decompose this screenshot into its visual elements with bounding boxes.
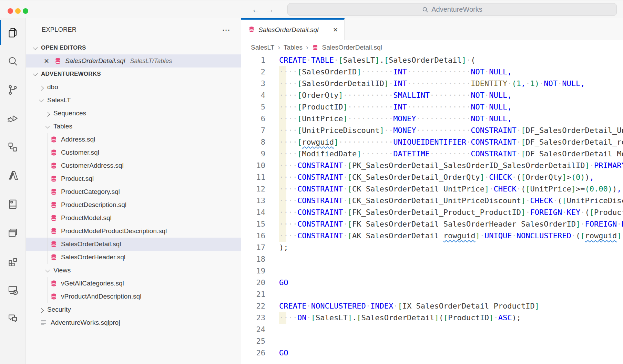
line-number: 15 — [241, 218, 265, 230]
tree-folder-sequences[interactable]: Sequences — [26, 107, 241, 120]
chevron-down-icon — [33, 45, 38, 50]
activity-item-feedback[interactable] — [0, 304, 25, 333]
activity-item-azure[interactable] — [0, 161, 25, 190]
file-label: Address.sql — [61, 136, 95, 143]
chevron-right-icon — [39, 86, 44, 91]
breadcrumb-folder[interactable]: Tables — [284, 44, 303, 51]
tree-folder-saleslt[interactable]: SalesLT — [26, 94, 241, 107]
code-line-content: ····[SalesOrderDetailID]·INT············… — [265, 78, 585, 90]
feedback-icon — [7, 313, 19, 324]
line-number: 12 — [241, 183, 265, 195]
close-window-button[interactable] — [8, 8, 13, 14]
tree-file-productmodelproductdescription-sql[interactable]: ProductModelProductDescription.sql — [26, 225, 241, 238]
activity-item-source-control[interactable] — [0, 75, 25, 104]
history-nav: ← → — [252, 0, 274, 18]
tree-file-adventureworks-sqlproj[interactable]: AdventureWorks.sqlproj — [26, 316, 241, 329]
activity-item-extensions[interactable] — [0, 247, 25, 275]
breadcrumb-separator-icon: › — [278, 43, 280, 51]
line-number: 22 — [241, 300, 265, 312]
code-line-12: 12····CONSTRAINT·[CK_SalesOrderDetail_Un… — [241, 183, 623, 195]
tree-file-address-sql[interactable]: Address.sql — [26, 133, 241, 146]
tree-file-productcategory-sql[interactable]: ProductCategory.sql — [26, 185, 241, 198]
remote-explorer-icon — [7, 284, 19, 296]
tree-file-salesorderheader-sql[interactable]: SalesOrderHeader.sql — [26, 251, 241, 264]
zoom-window-button[interactable] — [23, 8, 28, 14]
source-control-icon — [7, 84, 19, 96]
code-line-7: 7····[UnitPriceDiscount]··MONEY·········… — [241, 125, 623, 136]
code-line-10: 10····CONSTRAINT·[PK_SalesOrderDetail_Sa… — [241, 160, 623, 171]
tree-folder-security[interactable]: Security — [26, 303, 241, 316]
line-number: 10 — [241, 160, 265, 171]
code-line-23: 23····ON·[SalesLT].[SalesOrderDetail]([P… — [241, 312, 623, 324]
code-line-15: 15····CONSTRAINT·[FK_SalesOrderDetail_Sa… — [241, 218, 623, 230]
tree-file-vgetallcategories-sql[interactable]: vGetAllCategories.sql — [26, 277, 241, 290]
code-line-13: 13····CONSTRAINT·[CK_SalesOrderDetail_Un… — [241, 195, 623, 207]
folder-label: Security — [47, 306, 71, 313]
line-number: 8 — [241, 136, 265, 148]
file-label: ProductDescription.sql — [61, 201, 126, 209]
sql-file-icon — [50, 214, 58, 222]
code-line-content: ····[ModifiedDate]·······DATETIME·······… — [265, 148, 623, 160]
open-editor-item[interactable]: ✕SalesOrderDetail.sqlSalesLT/Tables — [26, 54, 241, 67]
notebooks-icon — [7, 198, 19, 210]
close-tab-icon[interactable]: ✕ — [333, 26, 338, 34]
code-line-1: 1CREATE·TABLE·[SalesLT].[SalesOrderDetai… — [241, 54, 623, 66]
code-line-content: GO — [265, 347, 288, 359]
tree-file-product-sql[interactable]: Product.sql — [26, 172, 241, 185]
activity-item-search[interactable] — [0, 47, 25, 75]
tree-file-salesorderdetail-sql[interactable]: SalesOrderDetail.sql — [26, 238, 241, 251]
minimize-window-button[interactable] — [15, 8, 21, 14]
activity-item-database-projects[interactable] — [0, 133, 25, 161]
activity-item-run-debug[interactable] — [0, 104, 25, 133]
code-line-24: 24 — [241, 324, 623, 335]
more-actions-icon[interactable]: ⋯ — [222, 28, 231, 32]
code-line-content: ····CONSTRAINT·[FK_SalesOrderDetail_Sale… — [265, 218, 623, 230]
sql-file-icon — [248, 26, 255, 34]
breadcrumb-file[interactable]: SalesOrderDetail.sql — [322, 44, 382, 51]
line-number: 16 — [241, 230, 265, 242]
tree-folder-views[interactable]: Views — [26, 264, 241, 277]
file-label: CustomerAddress.sql — [61, 162, 124, 169]
activity-item-explorer[interactable] — [0, 18, 25, 47]
chevron-down-icon — [39, 97, 44, 102]
code-line-content: CREATE·TABLE·[SalesLT].[SalesOrderDetail… — [265, 54, 476, 66]
indent-guide — [48, 277, 48, 303]
code-line-content — [265, 289, 279, 300]
tree-section-adventureworks[interactable]: ADVENTUREWORKS — [26, 67, 241, 81]
code-line-19: 19 — [241, 265, 623, 277]
back-arrow-icon[interactable]: ← — [252, 5, 261, 14]
file-label: vGetAllCategories.sql — [61, 280, 124, 287]
activity-item-panels[interactable] — [0, 218, 25, 247]
sql-file-icon — [50, 188, 58, 196]
tree-file-productmodel-sql[interactable]: ProductModel.sql — [26, 211, 241, 225]
code-line-content: ····CONSTRAINT·[FK_SalesOrderDetail_Prod… — [265, 207, 623, 218]
folder-label: Sequences — [53, 110, 86, 117]
breadcrumb-schema[interactable]: SalesLT — [251, 44, 274, 51]
tab-salesorderdetail[interactable]: SalesOrderDetail.sql ✕ — [241, 18, 345, 40]
breadcrumb: SalesLT › Tables › SalesOrderDetail.sql — [241, 40, 623, 54]
tree-folder-dbo[interactable]: dbo — [26, 81, 241, 94]
activity-item-notebooks[interactable] — [0, 190, 25, 218]
line-number: 18 — [241, 253, 265, 265]
azure-icon — [7, 170, 19, 181]
tree-file-vproductanddescription-sql[interactable]: vProductAndDescription.sql — [26, 290, 241, 303]
tree-file-productdescription-sql[interactable]: ProductDescription.sql — [26, 198, 241, 211]
line-number: 9 — [241, 148, 265, 160]
tree-file-customeraddress-sql[interactable]: CustomerAddress.sql — [26, 159, 241, 172]
tree-section-open-editors[interactable]: OPEN EDITORS — [26, 41, 241, 54]
code-line-8: 8····[rowguid]············UNIQUEIDENTIFI… — [241, 136, 623, 148]
code-line-content — [265, 324, 279, 335]
tree-file-customer-sql[interactable]: Customer.sql — [26, 146, 241, 159]
sql-file-icon — [54, 57, 62, 65]
code-line-11: 11····CONSTRAINT·[CK_SalesOrderDetail_Or… — [241, 171, 623, 183]
close-editor-icon[interactable]: ✕ — [44, 57, 49, 65]
command-center-search[interactable]: AdventureWorks — [287, 3, 617, 16]
search-icon — [422, 6, 429, 13]
line-number: 19 — [241, 265, 265, 277]
tree-folder-tables[interactable]: Tables — [26, 120, 241, 133]
sidebar-title: EXPLORER — [42, 26, 222, 33]
activity-item-remote-explorer[interactable] — [0, 275, 25, 304]
code-line-content: ); — [265, 242, 288, 253]
forward-arrow-icon[interactable]: → — [265, 5, 274, 14]
code-editor[interactable]: 1CREATE·TABLE·[SalesLT].[SalesOrderDetai… — [241, 54, 623, 364]
